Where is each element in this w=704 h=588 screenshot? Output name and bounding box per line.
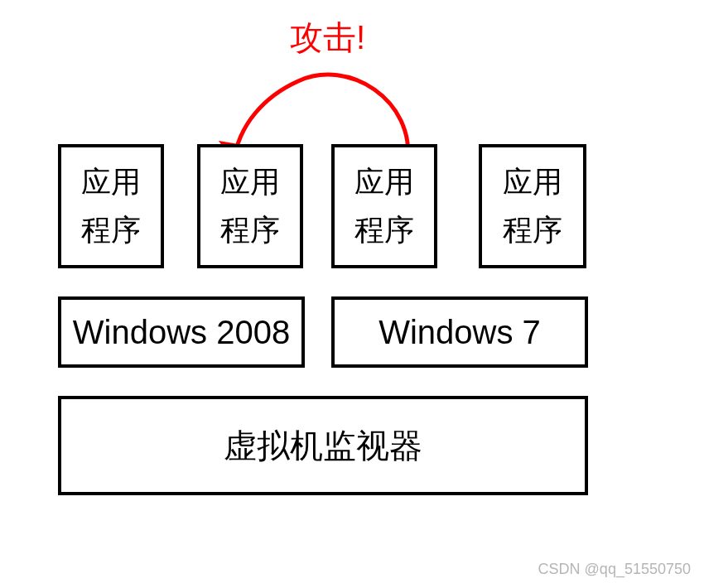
os-label: Windows 7 xyxy=(379,316,541,349)
app-box-2: 应用 程序 xyxy=(197,144,303,268)
app-line2: 程序 xyxy=(81,206,141,254)
app-box-1: 应用 程序 xyxy=(58,144,164,268)
attack-label: 攻击! xyxy=(290,15,365,60)
app-line2: 程序 xyxy=(220,206,280,254)
hypervisor-box: 虚拟机监视器 xyxy=(58,396,588,495)
hypervisor-label: 虚拟机监视器 xyxy=(224,429,422,462)
app-line1: 应用 xyxy=(503,158,562,206)
os-label: Windows 2008 xyxy=(73,316,290,349)
os-box-left: Windows 2008 xyxy=(58,296,305,368)
app-line1: 应用 xyxy=(81,158,141,206)
app-box-3: 应用 程序 xyxy=(331,144,437,268)
app-line2: 程序 xyxy=(354,206,414,254)
app-line1: 应用 xyxy=(354,158,414,206)
app-box-4: 应用 程序 xyxy=(479,144,586,268)
app-line2: 程序 xyxy=(503,206,562,254)
diagram-canvas: 攻击! 应用 程序 应用 程序 应用 程序 应用 程序 Windows 2008… xyxy=(0,0,704,588)
os-box-right: Windows 7 xyxy=(331,296,588,368)
watermark: CSDN @qq_51550750 xyxy=(538,561,691,578)
app-line1: 应用 xyxy=(220,158,280,206)
attack-arrow xyxy=(0,0,704,588)
